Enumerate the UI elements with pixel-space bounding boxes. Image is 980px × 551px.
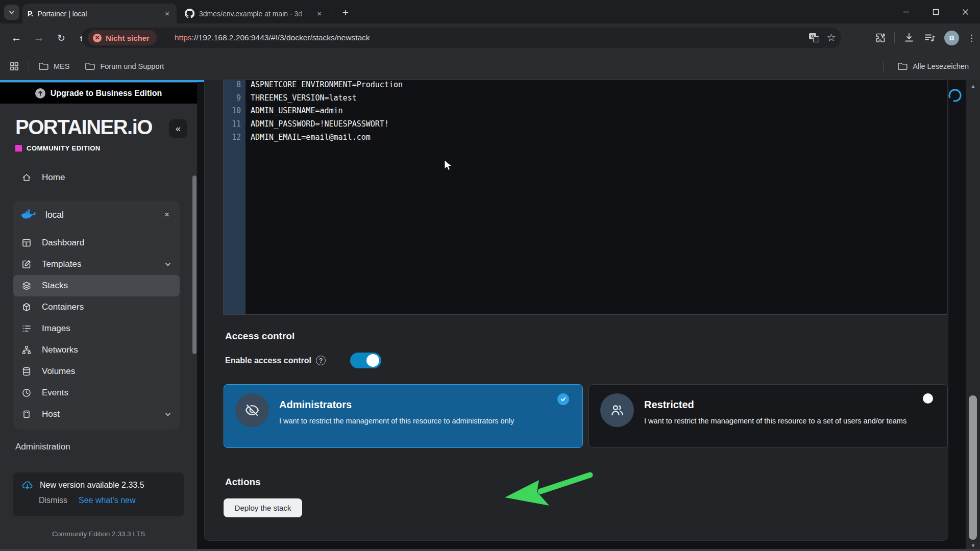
url-scheme: https (175, 33, 192, 42)
page-content: Upgrade to Business Edition PORTAINER.iO… (0, 80, 980, 551)
address-bar[interactable]: ✕ Nicht sicher https://192.168.2.206:944… (82, 28, 841, 48)
bookmarks-separator (29, 61, 29, 71)
bookmark-label: Forum und Support (100, 62, 164, 70)
option-restricted[interactable]: Restricted I want to restrict the manage… (589, 384, 948, 448)
tab-title: Portainer | local (37, 10, 163, 18)
tab-search-button[interactable] (4, 5, 19, 20)
sidebar-item-home[interactable]: Home (13, 167, 180, 188)
sidebar-item-containers[interactable]: Containers (13, 296, 180, 318)
environment-close-icon[interactable]: × (161, 210, 173, 220)
forward-button[interactable]: → (30, 29, 48, 47)
folder-icon (38, 62, 49, 71)
whats-new-link[interactable]: See what's new (79, 496, 136, 505)
upgrade-banner[interactable]: Upgrade to Business Edition (0, 83, 197, 104)
environment-header[interactable]: local × (20, 204, 173, 226)
code-line: 9THREEMES_VERSION=latest (224, 91, 947, 105)
deploy-stack-button[interactable]: Deploy the stack (224, 498, 302, 517)
sidebar-item-events[interactable]: Events (13, 382, 180, 404)
option-administrators[interactable]: Administrators I want to restrict the ma… (224, 384, 583, 448)
mouse-cursor (443, 159, 453, 171)
all-bookmarks-label[interactable]: Alle Lesezeichen (913, 62, 969, 70)
scroll-up-icon[interactable]: ▲ (966, 81, 980, 90)
loading-spinner-icon (947, 88, 963, 103)
portainer-logo: PORTAINER.iO (15, 116, 168, 139)
bookmarks-separator (883, 61, 884, 71)
sidebar-item-host[interactable]: Host (13, 404, 180, 425)
browser-toolbar: ← → ↻ ✕ Nicht sicher https://192.168.2.2… (0, 23, 980, 53)
edition-square-icon (15, 145, 22, 152)
page-scrollbar[interactable]: ▲ ▼ (966, 80, 980, 551)
dismiss-link[interactable]: Dismiss (39, 496, 67, 505)
translate-icon[interactable]: G (809, 33, 819, 42)
media-controls-icon[interactable] (923, 32, 936, 43)
update-title: New version available 2.33.5 (40, 481, 144, 490)
sidebar-item-images[interactable]: Images (13, 318, 180, 339)
stack-form-card: 8ASPNETCORE_ENVIRONMENT=Production 9THRE… (204, 80, 948, 541)
maximize-button[interactable] (921, 0, 950, 23)
profile-avatar[interactable]: B (944, 31, 959, 45)
page-scrollbar-thumb[interactable] (969, 395, 977, 540)
close-window-button[interactable] (950, 0, 980, 23)
selected-check-icon (557, 393, 569, 405)
sidebar-item-networks[interactable]: Networks (13, 339, 180, 361)
access-control-toggle-row: Enable access control ? (225, 353, 381, 368)
host-icon (21, 409, 32, 419)
option-title: Administrators (279, 399, 352, 411)
tab-github[interactable]: 3dmes/env.example at main · 3d × (180, 4, 329, 23)
users-icon (600, 393, 634, 427)
folder-icon (897, 62, 908, 71)
sidebar-item-templates[interactable]: Templates (13, 254, 180, 275)
enable-access-control-label: Enable access control (225, 356, 311, 365)
collapse-sidebar-button[interactable]: « (169, 119, 187, 138)
env-file-editor[interactable]: 8ASPNETCORE_ENVIRONMENT=Production 9THRE… (223, 80, 947, 315)
bookmark-label: MES (54, 62, 69, 70)
sidebar-scrollbar-thumb[interactable] (192, 176, 197, 354)
bookmark-folder-forum[interactable]: Forum und Support (85, 62, 164, 71)
sidebar-item-volumes[interactable]: Volumes (13, 361, 180, 382)
option-description: I want to restrict the management of thi… (279, 415, 575, 427)
dashboard-icon (21, 238, 32, 248)
back-button[interactable]: ← (7, 29, 26, 47)
window-bottom-edge (0, 549, 980, 551)
update-notice-card: New version available 2.33.5 Dismiss See… (13, 472, 184, 516)
code-line: 8ASPNETCORE_ENVIRONMENT=Production (224, 80, 947, 91)
chevron-down-icon (164, 411, 172, 418)
templates-icon (21, 259, 32, 269)
minimize-button[interactable] (891, 0, 921, 23)
url-rest: ://192.168.2.206:9443/#!/3/docker/stacks… (192, 33, 370, 42)
security-chip[interactable]: ✕ Nicht sicher (88, 30, 157, 45)
bookmark-folder-mes[interactable]: MES (38, 62, 69, 71)
tab-title: 3dmes/env.example at main · 3d (199, 10, 315, 18)
code-line: 11ADMIN_PASSWORD=!NEUESPASSWORT! (224, 117, 947, 131)
browser-menu-icon[interactable]: ⋮ (967, 33, 976, 43)
downloads-icon[interactable] (903, 32, 915, 44)
containers-icon (21, 302, 32, 312)
bookmark-star-icon[interactable]: ☆ (826, 32, 836, 44)
code-line: 12ADMIN_EMAIL=email@mail.com (224, 131, 947, 144)
toggle-knob (366, 354, 379, 367)
actions-heading: Actions (225, 477, 261, 488)
portainer-favicon-icon: P. (28, 10, 33, 18)
events-icon (21, 388, 32, 398)
chevron-down-icon (164, 261, 172, 268)
apps-grid-icon[interactable] (9, 61, 19, 71)
unselected-radio-icon (923, 393, 933, 404)
reload-button[interactable]: ↻ (52, 29, 70, 47)
tab-close-icon[interactable]: × (315, 8, 324, 19)
edition-badge: COMMUNITY EDITION (15, 144, 101, 152)
help-icon[interactable]: ? (316, 356, 326, 365)
access-control-toggle[interactable] (350, 353, 381, 368)
images-icon (21, 323, 32, 334)
cloud-download-icon (21, 480, 34, 491)
github-favicon-icon (185, 9, 194, 18)
sidebar-item-stacks[interactable]: Stacks (13, 275, 180, 296)
sidebar-item-dashboard[interactable]: Dashboard (13, 232, 180, 254)
browser-window: P. Portainer | local × 3dmes/env.example… (0, 0, 980, 551)
new-tab-button[interactable]: + (338, 5, 353, 20)
upgrade-arrow-icon (35, 88, 45, 98)
window-controls (891, 0, 980, 23)
bookmarks-bar: MES Forum und Support Alle Lesezeichen (0, 53, 980, 80)
tab-close-icon[interactable]: × (163, 8, 172, 19)
extensions-icon[interactable] (875, 32, 886, 43)
tab-portainer[interactable]: P. Portainer | local × (22, 4, 177, 23)
